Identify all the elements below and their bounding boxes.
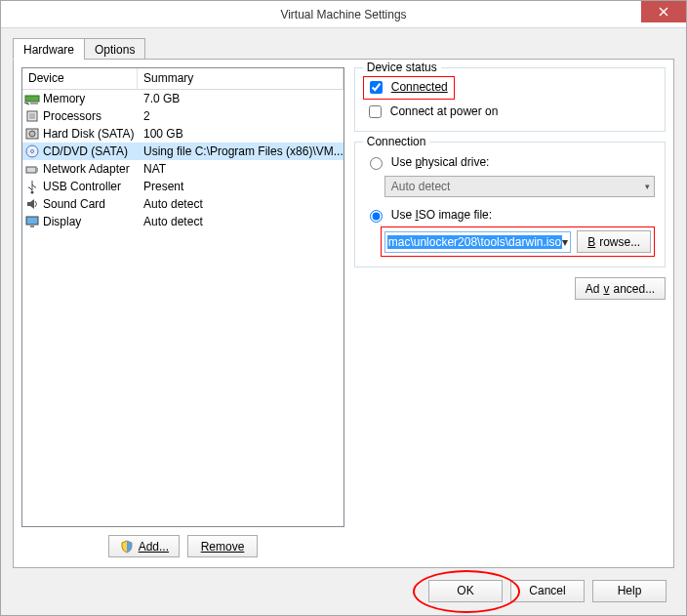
chevron-down-icon: ▾	[645, 182, 650, 191]
svg-point-14	[31, 150, 34, 153]
svg-rect-18	[26, 217, 38, 225]
connected-checkbox[interactable]	[370, 81, 383, 94]
right-column: Device status Connected Connect at power…	[354, 67, 666, 559]
svg-rect-15	[26, 167, 36, 173]
advanced-button[interactable]: Advanced...	[575, 277, 666, 300]
connection-group: Connection Use physical drive: Auto dete…	[354, 142, 666, 267]
remove-text: Remove	[201, 540, 245, 554]
close-button[interactable]	[641, 1, 686, 22]
iso-radio[interactable]	[370, 210, 383, 223]
advanced-row: Advanced...	[354, 277, 666, 300]
group-title: Device status	[363, 61, 441, 74]
device-name: CD/DVD (SATA)	[43, 143, 128, 160]
connected-label: Connected	[391, 80, 448, 94]
list-item[interactable]: Memory 7.0 GB	[22, 90, 344, 107]
left-buttons: Add... Remove	[21, 527, 344, 559]
iso-label: Use ISO image file:	[391, 208, 492, 222]
chevron-down-icon: ▾	[562, 235, 568, 249]
cpu-icon	[24, 108, 40, 124]
device-name: Network Adapter	[43, 160, 130, 178]
network-icon	[24, 161, 40, 177]
col-summary[interactable]: Summary	[138, 68, 344, 90]
iso-path-value: mac\unlocker208\tools\darwin.iso	[387, 235, 562, 249]
svg-rect-2	[25, 96, 39, 102]
cancel-button[interactable]: Cancel	[510, 580, 585, 602]
help-button[interactable]: Help	[592, 580, 667, 602]
list-item[interactable]: USB Controller Present	[22, 178, 344, 195]
remove-button[interactable]: Remove	[187, 535, 258, 557]
left-column: Device Summary Memory 7.0 GB Processors …	[21, 67, 344, 559]
physical-combo[interactable]: Auto detect ▾	[384, 176, 655, 197]
tabs: Hardware Options	[13, 38, 674, 60]
svg-rect-10	[29, 113, 35, 119]
iso-highlight: mac\unlocker208\tools\darwin.iso ▾ Brows…	[381, 226, 655, 257]
tab-body: Device Summary Memory 7.0 GB Processors …	[13, 59, 674, 568]
col-device[interactable]: Device	[22, 68, 138, 90]
iso-path-combo[interactable]: mac\unlocker208\tools\darwin.iso ▾	[384, 231, 571, 253]
tab-hardware[interactable]: Hardware	[13, 38, 85, 60]
device-summary: Using file C:\Program Files (x86)\VM...	[140, 143, 344, 160]
window-title: Virtual Machine Settings	[1, 8, 686, 21]
list-body: Memory 7.0 GB Processors 2 Hard Disk (SA…	[22, 90, 344, 230]
svg-point-12	[29, 131, 35, 137]
add-button[interactable]: Add...	[108, 535, 180, 557]
connected-highlight: Connected	[363, 76, 455, 100]
list-item[interactable]: Hard Disk (SATA) 100 GB	[22, 125, 344, 143]
device-summary: 100 GB	[140, 125, 344, 143]
device-summary: Present	[140, 178, 344, 195]
list-header: Device Summary	[22, 68, 344, 90]
titlebar: Virtual Machine Settings	[1, 1, 686, 28]
device-summary: NAT	[140, 160, 344, 178]
device-name: USB Controller	[43, 178, 121, 195]
content-area: Hardware Options Device Summary Memory 7…	[1, 28, 686, 615]
device-summary: Auto detect	[140, 195, 344, 213]
device-name: Display	[43, 213, 81, 230]
list-item[interactable]: CD/DVD (SATA) Using file C:\Program File…	[22, 143, 344, 160]
close-icon	[659, 7, 668, 17]
list-item[interactable]: Network Adapter NAT	[22, 160, 344, 178]
device-status-group: Device status Connected Connect at power…	[354, 67, 666, 132]
tab-options[interactable]: Options	[84, 38, 145, 60]
shield-icon	[119, 539, 135, 554]
svg-rect-16	[36, 168, 38, 172]
device-summary: 2	[140, 107, 344, 125]
cd-icon	[24, 144, 40, 159]
svg-rect-19	[30, 226, 34, 227]
svg-point-17	[31, 191, 34, 194]
device-name: Sound Card	[43, 195, 105, 213]
physical-label: Use physical drive:	[391, 155, 490, 169]
memory-icon	[24, 91, 40, 106]
device-name: Processors	[43, 107, 101, 125]
usb-icon	[24, 179, 40, 194]
browse-button[interactable]: Browse...	[577, 230, 651, 253]
device-summary: 7.0 GB	[140, 90, 344, 107]
settings-window: Virtual Machine Settings Hardware Option…	[0, 0, 687, 616]
physical-radio[interactable]	[370, 157, 383, 170]
hdd-icon	[24, 126, 40, 142]
add-label: Add...	[139, 540, 169, 554]
device-name: Hard Disk (SATA)	[43, 125, 135, 143]
connect-poweron-checkbox[interactable]	[369, 105, 382, 118]
device-list[interactable]: Device Summary Memory 7.0 GB Processors …	[21, 67, 344, 527]
list-item[interactable]: Sound Card Auto detect	[22, 195, 344, 213]
group-title: Connection	[363, 135, 430, 148]
device-name: Memory	[43, 90, 85, 107]
list-item[interactable]: Display Auto detect	[22, 213, 344, 230]
add-text: Add...	[139, 540, 169, 554]
connect-poweron-label: Connect at power on	[390, 104, 499, 118]
sound-icon	[24, 196, 40, 212]
bottom-buttons: OK Cancel Help	[13, 568, 674, 607]
physical-combo-value: Auto detect	[391, 180, 451, 193]
device-summary: Auto detect	[140, 213, 344, 230]
ok-button[interactable]: OK	[428, 580, 503, 602]
display-icon	[24, 214, 40, 229]
list-item[interactable]: Processors 2	[22, 107, 344, 125]
